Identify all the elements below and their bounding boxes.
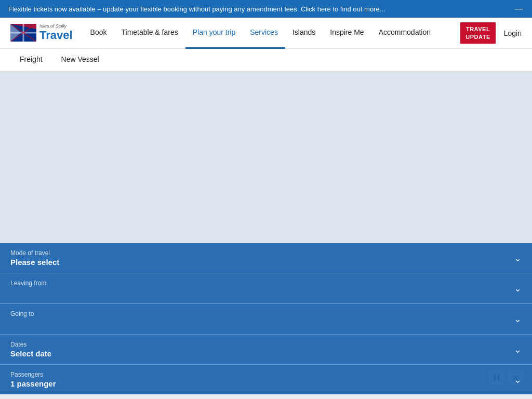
passengers-label: Passengers (10, 371, 56, 378)
map-area: Mode of travel Please select ⌄ Leaving f… (0, 72, 532, 394)
dates-field[interactable]: Dates Select date ⌄ (0, 335, 532, 365)
leaving-field-content: Leaving from (10, 280, 46, 297)
mode-chevron-icon: ⌄ (514, 252, 522, 264)
booking-panel: Mode of travel Please select ⌄ Leaving f… (0, 243, 532, 394)
nav-inspire[interactable]: Inspire Me (323, 18, 371, 49)
passengers-field-content: Passengers 1 passenger (10, 371, 56, 388)
banner-close-button[interactable]: — (514, 4, 524, 14)
going-field-content: Going to (10, 310, 34, 328)
mode-of-travel-field[interactable]: Mode of travel Please select ⌄ (0, 243, 532, 273)
mode-label: Mode of travel (10, 249, 59, 257)
going-label: Going to (10, 310, 34, 317)
going-to-field[interactable]: Going to ⌄ (0, 304, 532, 335)
leaving-chevron-icon: ⌄ (514, 283, 522, 294)
dates-label: Dates (10, 341, 51, 348)
going-value (10, 318, 12, 327)
header-right: TRAVEL UPDATE Login (460, 22, 522, 44)
passengers-chevron-icon: ⌄ (514, 374, 522, 385)
dates-field-content: Dates Select date (10, 341, 51, 358)
sub-navigation: Freight New Vessel (0, 49, 532, 72)
nav-islands[interactable]: Islands (285, 18, 323, 49)
dates-value: Select date (10, 349, 51, 358)
logo[interactable]: Isles of Scilly Travel (10, 24, 73, 42)
leaving-label: Leaving from (10, 280, 46, 287)
logo-brand: Travel (39, 29, 73, 42)
main-header: Isles of Scilly Travel Book Timetable & … (0, 18, 532, 49)
travel-update-button[interactable]: TRAVEL UPDATE (460, 22, 495, 44)
banner-text: Flexible tickets now available – update … (8, 5, 514, 13)
going-chevron-icon: ⌄ (514, 313, 522, 325)
logo-icon (10, 24, 36, 42)
subnav-freight[interactable]: Freight (10, 48, 52, 71)
passengers-value: 1 passenger (10, 379, 56, 388)
mode-value: Please select (10, 258, 59, 267)
subnav-new-vessel[interactable]: New Vessel (52, 48, 109, 71)
passengers-field[interactable]: Passengers 1 passenger ⌄ (0, 365, 532, 394)
nav-services[interactable]: Services (243, 18, 285, 49)
main-nav: Book Timetable & fares Plan your trip Se… (83, 18, 461, 49)
login-button[interactable]: Login (504, 29, 522, 37)
announcement-banner[interactable]: Flexible tickets now available – update … (0, 0, 532, 18)
dates-chevron-icon: ⌄ (514, 344, 522, 355)
nav-book[interactable]: Book (83, 18, 114, 49)
nav-plan[interactable]: Plan your trip (185, 18, 243, 49)
nav-timetable[interactable]: Timetable & fares (114, 18, 185, 49)
leaving-value (10, 288, 12, 297)
mode-field-content: Mode of travel Please select (10, 249, 59, 267)
nav-accommodation[interactable]: Accommodation (371, 18, 438, 49)
leaving-from-field[interactable]: Leaving from ⌄ (0, 273, 532, 304)
